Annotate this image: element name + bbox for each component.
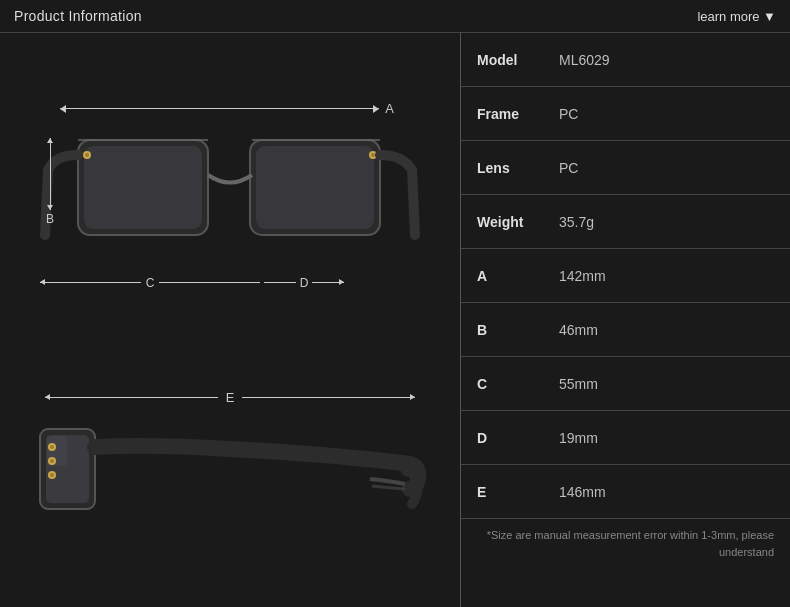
sunglasses-front-svg [40,120,420,268]
header: Product Information learn more ▼ [0,0,790,33]
spec-row-a: A 142mm [461,249,790,303]
cd-dimension-row: C D [40,276,420,290]
spec-label-b: B [461,310,551,350]
spec-value-e: 146mm [551,472,614,512]
a-arrow-line [60,108,379,109]
spec-row-d: D 19mm [461,411,790,465]
spec-label-e: E [461,472,551,512]
spec-row-c: C 55mm [461,357,790,411]
spec-value-d: 19mm [551,418,606,458]
a-label: A [379,101,400,116]
spec-label-c: C [461,364,551,404]
e-dimension-row: E [45,390,415,405]
svg-point-14 [50,445,54,449]
page-title: Product Information [14,8,142,24]
svg-point-18 [50,473,54,477]
e-label: E [218,390,243,405]
spec-label-d: D [461,418,551,458]
svg-rect-2 [84,146,202,229]
footnote: *Size are manual measurement error withi… [461,519,790,568]
svg-point-7 [371,153,375,157]
a-dimension-row: A [60,101,400,116]
spec-value-c: 55mm [551,364,606,404]
spec-row-model: Model ML6029 [461,33,790,87]
svg-rect-3 [256,146,374,229]
svg-point-16 [50,459,54,463]
front-view: A B [20,101,440,290]
spec-table: Model ML6029 Frame PC Lens PC Weight 35.… [461,33,790,519]
spec-value-b: 46mm [551,310,606,350]
spec-label-weight: Weight [461,202,551,242]
spec-label-lens: Lens [461,148,551,188]
spec-row-b: B 46mm [461,303,790,357]
c-label: C [141,276,160,290]
spec-row-e: E 146mm [461,465,790,519]
spec-row-frame: Frame PC [461,87,790,141]
spec-value-weight: 35.7g [551,202,602,242]
sunglasses-side-svg [30,409,430,549]
spec-row-lens: Lens PC [461,141,790,195]
spec-label-a: A [461,256,551,296]
learn-more-link[interactable]: learn more ▼ [697,9,776,24]
main-content: A B [0,33,790,607]
right-panel: Model ML6029 Frame PC Lens PC Weight 35.… [460,33,790,607]
d-label: D [296,276,313,290]
spec-label-frame: Frame [461,94,551,134]
b-arrow-line [50,138,51,210]
spec-value-model: ML6029 [551,40,618,80]
d-dimension: D [264,276,344,290]
b-label: B [46,212,54,226]
b-dimension-group: B [46,138,54,226]
spec-row-weight: Weight 35.7g [461,195,790,249]
spec-label-model: Model [461,40,551,80]
spec-value-frame: PC [551,94,586,134]
front-diagram-wrapper: B [40,120,420,272]
side-view: E [20,390,440,549]
left-panel: A B [0,33,460,607]
c-dimension: C [40,276,260,290]
spec-value-a: 142mm [551,256,614,296]
svg-point-5 [85,153,89,157]
spec-value-lens: PC [551,148,586,188]
